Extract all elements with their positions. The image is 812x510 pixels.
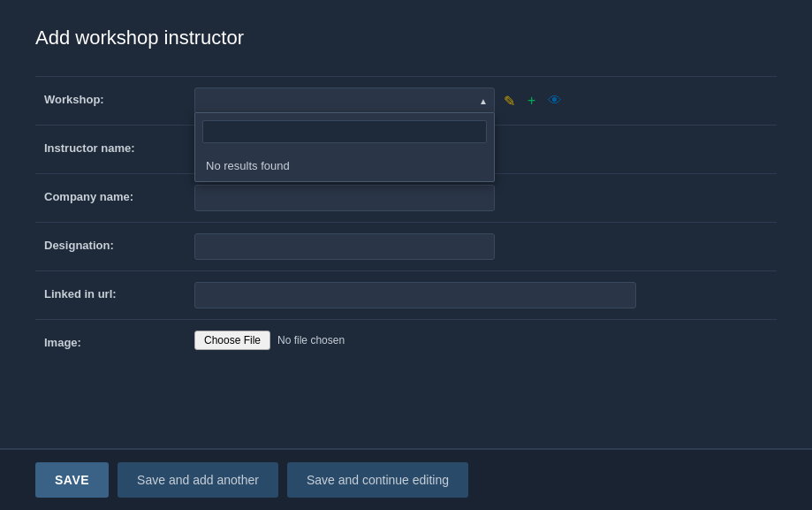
linkedin-url-field	[194, 282, 777, 308]
file-input-wrapper: Choose File No file chosen	[194, 331, 345, 350]
footer-bar: SAVE Save and add another Save and conti…	[0, 448, 812, 510]
view-workshop-button[interactable]: 👁	[544, 91, 565, 110]
workshop-select-display[interactable]: ▲	[194, 88, 495, 114]
workshop-row: Workshop: ▲ No results found ✎ + 👁	[35, 76, 777, 125]
select-arrow-icon: ▲	[479, 96, 488, 106]
workshop-label: Workshop:	[35, 88, 194, 106]
linkedin-url-row: Linked in url:	[35, 270, 777, 319]
company-name-field	[194, 185, 777, 211]
choose-file-button[interactable]: Choose File	[194, 331, 270, 350]
page-wrapper: Add workshop instructor Workshop: ▲ No r…	[0, 0, 812, 510]
dropdown-no-results-text: No results found	[195, 150, 494, 181]
image-field: Choose File No file chosen	[194, 331, 777, 350]
page-title: Add workshop instructor	[35, 27, 777, 49]
designation-input[interactable]	[194, 233, 495, 260]
image-row: Image: Choose File No file chosen	[35, 319, 777, 361]
linkedin-url-input[interactable]	[194, 282, 636, 308]
save-button[interactable]: SAVE	[35, 462, 109, 498]
linkedin-url-label: Linked in url:	[35, 282, 194, 301]
add-workshop-button[interactable]: +	[524, 91, 539, 110]
designation-field	[194, 233, 777, 260]
workshop-select-wrapper[interactable]: ▲ No results found	[194, 88, 495, 114]
image-label: Image:	[35, 331, 194, 349]
save-continue-editing-button[interactable]: Save and continue editing	[287, 462, 468, 498]
workshop-dropdown[interactable]: No results found	[194, 112, 495, 182]
workshop-field: ▲ No results found ✎ + 👁	[194, 88, 777, 114]
instructor-name-label: Instructor name:	[35, 136, 194, 155]
save-add-another-button[interactable]: Save and add another	[118, 462, 278, 498]
designation-label: Designation:	[35, 233, 194, 252]
company-name-label: Company name:	[35, 185, 194, 203]
main-content: Add workshop instructor Workshop: ▲ No r…	[0, 0, 812, 448]
edit-workshop-button[interactable]: ✎	[500, 91, 519, 111]
file-name-text: No file chosen	[277, 334, 345, 346]
dropdown-search-input[interactable]	[202, 120, 487, 143]
company-name-input[interactable]	[194, 185, 495, 211]
designation-row: Designation:	[35, 222, 777, 270]
